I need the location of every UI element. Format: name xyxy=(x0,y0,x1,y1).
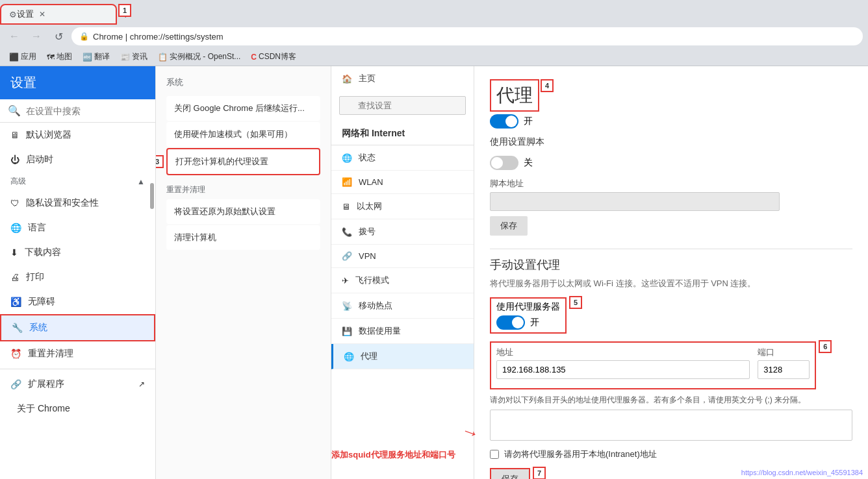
use-proxy-label: 使用代理服务器 xyxy=(496,301,560,313)
network-item-airplane[interactable]: ✈ 飞行模式 xyxy=(331,268,474,293)
address-bar: ← → ↺ 🔒 Chrome | chrome://settings/syste… xyxy=(0,25,868,48)
script-address-input[interactable] xyxy=(490,192,780,211)
system-option-clean-computer[interactable]: 清理计算机 xyxy=(166,225,320,250)
apps-grid-icon: ⬛ xyxy=(9,53,19,62)
use-proxy-box: 使用代理服务器 开 xyxy=(490,297,567,334)
system-option-restore-defaults[interactable]: 将设置还原为原始默认设置 xyxy=(166,199,320,224)
use-proxy-toggle[interactable] xyxy=(496,315,525,330)
network-search-bar[interactable] xyxy=(331,91,474,120)
address-input[interactable] xyxy=(496,360,750,379)
translate-icon: 🔤 xyxy=(83,53,92,62)
system-option-proxy[interactable]: 打开您计算机的代理设置 3 xyxy=(166,148,320,175)
bookmark-translate[interactable]: 🔤 翻译 xyxy=(79,50,114,64)
sidebar-divider xyxy=(0,369,155,369)
default-browser-icon: 🖥 xyxy=(10,130,19,140)
tab-bar: ⚙ 设置 ✕ 1 + xyxy=(0,0,868,25)
network-item-dialup[interactable]: 📞 拨号 xyxy=(331,219,474,245)
network-item-status[interactable]: 🌐 状态 xyxy=(331,145,474,171)
system-section-title: 系统 xyxy=(166,77,320,88)
sidebar-item-print[interactable]: 🖨 打印 xyxy=(0,265,155,289)
address-field[interactable]: 🔒 Chrome | chrome://settings/system xyxy=(71,27,863,45)
script-toggle-label: 关 xyxy=(524,157,533,169)
annotation-1: 1 xyxy=(118,4,131,17)
bookmark-apps[interactable]: ⬛ 应用 xyxy=(5,50,40,64)
intranet-checkbox[interactable] xyxy=(490,450,499,459)
back-button[interactable]: ← xyxy=(5,27,23,45)
openst-icon: 📋 xyxy=(158,53,168,62)
proxy-main-toggle-row: 开 xyxy=(490,114,539,129)
annotation-3: 3 xyxy=(156,155,164,168)
proxy-main-toggle[interactable] xyxy=(490,114,518,129)
port-input[interactable] xyxy=(758,360,810,379)
windows-network-panel: 🏠 主页 网络和 Internet 🌐 状态 📶 WLAN 🖥 以太网 📞 拨号… xyxy=(331,66,474,479)
bookmark-openst[interactable]: 📋 实例概况 - OpenSt... xyxy=(154,50,244,64)
exclude-desc: 请勿对以下列条目开头的地址使用代理服务器。若有多个条目，请使用英文分号 (;) … xyxy=(490,395,852,406)
script-toggle-control: 关 xyxy=(490,156,852,170)
data-usage-icon: 💾 xyxy=(342,326,352,336)
port-field-group: 端口 xyxy=(758,347,810,379)
network-item-ethernet[interactable]: 🖥 以太网 xyxy=(331,194,474,219)
annotation-5: 5 xyxy=(569,296,582,309)
sidebar-item-system[interactable]: 🔧 系统 2 xyxy=(0,314,155,341)
reload-button[interactable]: ↺ xyxy=(49,27,68,45)
manual-proxy-save-button[interactable]: 保存 xyxy=(491,469,529,479)
settings-search-bar[interactable]: 🔍 xyxy=(0,99,155,123)
airplane-icon: ✈ xyxy=(342,276,349,286)
annotation-4: 4 xyxy=(541,79,554,92)
save-area: 保存 7 xyxy=(490,468,530,479)
sidebar-item-privacy[interactable]: 🛡 隐私设置和安全性 xyxy=(0,191,155,215)
browser-content: 设置 🔍 🖥 默认浏览器 ⏻ 启动时 高级 ▲ 🛡 隐私设置和安全性 🌐 语言 xyxy=(0,66,868,479)
browser-chrome: ⚙ 设置 ✕ 1 + ← → ↺ 🔒 Chrome | chrome://set… xyxy=(0,0,868,66)
forward-button[interactable]: → xyxy=(27,27,45,45)
bookmark-bar: ⬛ 应用 🗺 地图 🔤 翻译 📰 资讯 📋 实例概况 - OpenSt... C… xyxy=(0,48,868,66)
sidebar-item-downloads[interactable]: ⬇ 下载内容 xyxy=(0,240,155,265)
print-icon: 🖨 xyxy=(10,272,19,282)
settings-search-input[interactable] xyxy=(26,106,147,116)
section-divider xyxy=(490,249,852,249)
network-item-vpn[interactable]: 🔗 VPN xyxy=(331,245,474,268)
network-item-hotspot[interactable]: 📡 移动热点 xyxy=(331,293,474,319)
csdn-icon: C xyxy=(251,53,257,62)
script-toggle-row: 使用设置脚本 xyxy=(490,136,852,148)
network-item-data-usage[interactable]: 💾 数据使用量 xyxy=(331,319,474,344)
system-option-background[interactable]: 关闭 Google Chrome 后继续运行... xyxy=(166,96,320,121)
hotspot-icon: 📡 xyxy=(342,301,352,311)
reset-section-title: 重置并清理 xyxy=(166,177,320,199)
network-item-proxy[interactable]: 🌐 代理 xyxy=(331,344,474,369)
tab-close-icon[interactable]: ✕ xyxy=(39,10,45,19)
annotation-6: 6 xyxy=(819,340,832,353)
sidebar-item-extensions[interactable]: 🔗 扩展程序 ↗ xyxy=(0,372,155,397)
script-toggle[interactable] xyxy=(490,156,518,170)
proxy-main-toggle-label: 开 xyxy=(524,116,533,127)
use-proxy-toggle-label: 开 xyxy=(530,317,539,328)
watermark: https://blog.csdn.net/weixin_45591384 xyxy=(741,469,863,476)
network-home-link[interactable]: 🏠 主页 xyxy=(331,66,474,91)
bookmark-map[interactable]: 🗺 地图 xyxy=(43,50,76,64)
sidebar-item-language[interactable]: 🌐 语言 xyxy=(0,215,155,240)
sidebar-item-startup[interactable]: ⏻ 启动时 xyxy=(0,147,155,172)
system-icon: 🔧 xyxy=(12,323,23,333)
language-icon: 🌐 xyxy=(10,223,21,233)
sidebar-item-about[interactable]: 关于 Chrome xyxy=(0,397,155,421)
system-settings-panel: 系统 关闭 Google Chrome 后继续运行... 使用硬件加速模式（如果… xyxy=(156,66,331,479)
search-icon: 🔍 xyxy=(8,104,21,117)
exclude-input[interactable] xyxy=(490,410,852,441)
ethernet-icon: 🖥 xyxy=(342,202,350,212)
sidebar-item-accessibility[interactable]: ♿ 无障碍 xyxy=(0,289,155,314)
proxy-title-box: 代理 4 xyxy=(490,79,539,112)
network-item-wlan[interactable]: 📶 WLAN xyxy=(331,171,474,194)
sidebar-item-default-browser[interactable]: 🖥 默认浏览器 xyxy=(0,123,155,147)
scrollbar-thumb[interactable] xyxy=(150,183,154,209)
manual-proxy-section: 手动设置代理 将代理服务器用于以太网或 Wi-Fi 连接。这些设置不适用于 VP… xyxy=(490,257,852,479)
script-save-button[interactable]: 保存 xyxy=(490,216,528,236)
bookmark-csdn[interactable]: C CSDN博客 xyxy=(247,50,300,64)
settings-header: 设置 xyxy=(0,66,155,99)
bookmark-news[interactable]: 📰 资讯 xyxy=(116,50,151,64)
sidebar-item-reset[interactable]: ⏰ 重置并清理 xyxy=(0,341,155,366)
browser-tab[interactable]: ⚙ 设置 ✕ 1 xyxy=(0,4,117,25)
system-option-hardware-accel[interactable]: 使用硬件加速模式（如果可用） xyxy=(166,122,320,147)
address-port-box: 地址 端口 xyxy=(490,341,816,389)
manual-proxy-title: 手动设置代理 xyxy=(490,257,852,273)
network-search-input[interactable] xyxy=(339,96,466,115)
reset-icon: ⏰ xyxy=(10,349,21,359)
